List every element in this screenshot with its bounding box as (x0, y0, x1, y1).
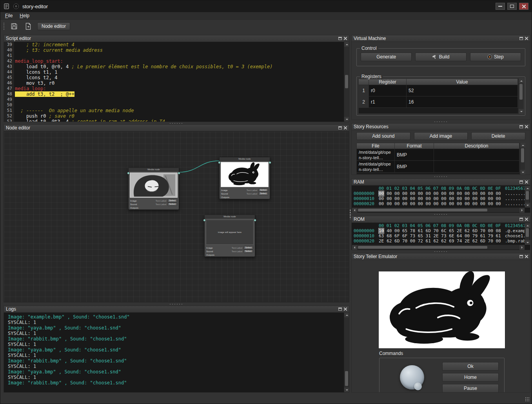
undock-icon[interactable] (338, 37, 342, 40)
resources-scrollbar[interactable] (520, 143, 525, 175)
close-panel-icon[interactable] (525, 37, 528, 40)
output-port[interactable] (269, 161, 271, 164)
code-line[interactable]: 46 mov t3, r0 (4, 80, 344, 86)
scrollbar-thumb[interactable] (345, 75, 348, 88)
close-panel-icon[interactable] (525, 255, 528, 258)
undock-icon[interactable] (519, 125, 523, 128)
export-button[interactable] (23, 22, 33, 31)
ram-hscrollbar[interactable] (352, 207, 525, 212)
minimize-button[interactable] (496, 3, 505, 10)
code-line[interactable]: 53 load t0, @t3, 4 ; content in ram at a… (4, 119, 344, 122)
ok-button[interactable]: Ok (442, 362, 499, 371)
logs-scrollbar[interactable] (344, 313, 349, 392)
column-value[interactable]: Value (407, 79, 518, 85)
hex-row[interactable]: 00000000 0000 00 00 00 00 00 00 00 00 00… (352, 191, 525, 196)
code-line[interactable]: 39 ; t2: increment 4 (4, 42, 344, 47)
output-port[interactable] (254, 219, 256, 222)
splitter-node-logs[interactable] (4, 303, 349, 306)
scrollbar-thumb[interactable] (345, 371, 348, 386)
splitter-ram-rom[interactable] (351, 213, 530, 216)
splitter-rom-emulator[interactable] (351, 250, 530, 253)
node-editor-canvas[interactable]: Media node Image Text-Label (4, 131, 349, 302)
close-panel-icon[interactable] (344, 37, 347, 40)
resource-row[interactable]: /mnt/data/git/open-story-tell… BMP (357, 161, 519, 173)
hex-row[interactable]: 00000010 0000 00 00 00 00 00 00 00 00 00… (352, 196, 525, 201)
build-button[interactable]: Build (415, 53, 466, 61)
media-node-1[interactable]: Media node Image Text-Label (128, 167, 179, 210)
undock-icon[interactable] (519, 180, 523, 184)
resize-grip[interactable] (525, 397, 530, 402)
titlebar[interactable]: story-editor (0, 0, 532, 12)
scrollbar-track[interactable] (344, 47, 349, 117)
undock-icon[interactable] (338, 126, 342, 129)
hex-row[interactable]: 00000000 1040 00 65 78 61 6D 70 6C 65 2E… (352, 228, 525, 233)
media-node-2[interactable]: Media node (219, 157, 270, 199)
column-register[interactable]: Register (369, 79, 407, 85)
close-panel-icon[interactable] (344, 126, 347, 129)
code-line[interactable]: 42media_loop_start: (4, 58, 344, 64)
hex-row[interactable]: 00000020 0000 00 00 00 00 00 00 00 00 00… (352, 201, 525, 206)
close-button[interactable] (519, 3, 528, 10)
rom-hscrollbar[interactable] (352, 245, 525, 249)
add-image-button[interactable]: Add image (414, 132, 468, 140)
code-area[interactable]: 39 ; t2: increment 4 40 ; t3: current me… (4, 42, 344, 122)
code-line[interactable]: 50 (4, 102, 344, 108)
close-panel-icon[interactable] (525, 125, 528, 128)
column-file[interactable]: File (357, 143, 395, 149)
select-sound-button[interactable]: Select (167, 202, 177, 206)
scroll-down-button[interactable] (344, 388, 349, 392)
command-knob[interactable] (400, 365, 424, 389)
column-format[interactable]: Format (395, 143, 434, 149)
code-line[interactable]: 41 (4, 53, 344, 58)
logs-view[interactable]: Image: "example.bmp" , Sound: "choose1.s… (4, 313, 349, 393)
code-line[interactable]: 52 push r0 ; save r0 (4, 113, 344, 119)
output-port[interactable] (178, 172, 180, 175)
input-port[interactable] (203, 219, 206, 222)
ram-vscrollbar[interactable] (525, 186, 530, 207)
scroll-up-button[interactable] (344, 42, 349, 47)
maximize-button[interactable] (507, 3, 517, 10)
rom-hex-view[interactable]: 00 01 02 03 04 05 06 07 08 09 0A 0B 0C 0… (351, 223, 530, 250)
column-description[interactable]: Description (434, 143, 519, 149)
code-line[interactable]: 40 ; t3: current media address (4, 47, 344, 53)
pause-button[interactable]: Pause (442, 384, 499, 393)
menu-help[interactable]: Help (20, 13, 29, 18)
scroll-down-button[interactable] (344, 117, 349, 122)
save-button[interactable] (9, 22, 19, 31)
resources-table[interactable]: File Format Description /mnt/data/git/op… (356, 143, 520, 175)
undock-icon[interactable] (338, 308, 342, 311)
code-line[interactable]: 47media_loop: (4, 86, 344, 91)
undock-icon[interactable] (519, 37, 523, 40)
select-image-button[interactable]: Select (167, 199, 177, 202)
add-sound-button[interactable]: Add sound (356, 132, 410, 140)
code-line[interactable]: 45 lcons t2, 4 (4, 75, 344, 80)
input-port[interactable] (218, 161, 221, 164)
splitter-vm-resources[interactable] (351, 120, 530, 123)
hex-row[interactable]: 00000020 2E62 6D 70 00 72 61 62 62 69 74… (352, 238, 525, 244)
code-line[interactable]: 49 (4, 97, 344, 102)
close-panel-icon[interactable] (525, 180, 528, 184)
step-button[interactable]: Step (470, 53, 521, 61)
home-button[interactable]: Home (442, 373, 499, 382)
register-row[interactable]: 1 r0 52 (359, 85, 518, 96)
media-node-3[interactable]: Media node image will appear here Image … (204, 215, 255, 257)
script-scrollbar[interactable] (344, 42, 349, 122)
resource-row[interactable]: /mnt/data/git/open-story-tell… BMP (357, 149, 519, 161)
hex-row[interactable]: 00000010 6368 6F 6F 73 65 31 2E 73 6E 64… (352, 233, 525, 238)
delete-resource-button[interactable]: Delete (471, 132, 525, 140)
code-line[interactable]: 51 ; ------ On appelle un autre media no… (4, 108, 344, 113)
code-line[interactable]: 44 lcons t1, 1 (4, 69, 344, 75)
close-panel-icon[interactable] (344, 308, 347, 311)
generate-button[interactable]: Generate (361, 53, 412, 61)
input-port[interactable] (127, 172, 130, 175)
code-line[interactable]: 48 add t3, t2 ; @++ (4, 91, 344, 97)
registers-table[interactable]: Register Value 1 r0 52 (358, 78, 518, 114)
ram-hex-view[interactable]: 00 01 02 03 04 05 06 07 08 09 0A 0B 0C 0… (351, 186, 530, 213)
rom-vscrollbar[interactable] (525, 223, 530, 245)
registers-scrollbar[interactable] (518, 78, 523, 114)
menu-file[interactable]: File (5, 13, 13, 18)
undock-icon[interactable] (519, 255, 523, 258)
splitter-resources-ram[interactable] (351, 175, 530, 178)
select-sound-button[interactable]: Select (243, 249, 253, 253)
undock-icon[interactable] (519, 218, 523, 221)
